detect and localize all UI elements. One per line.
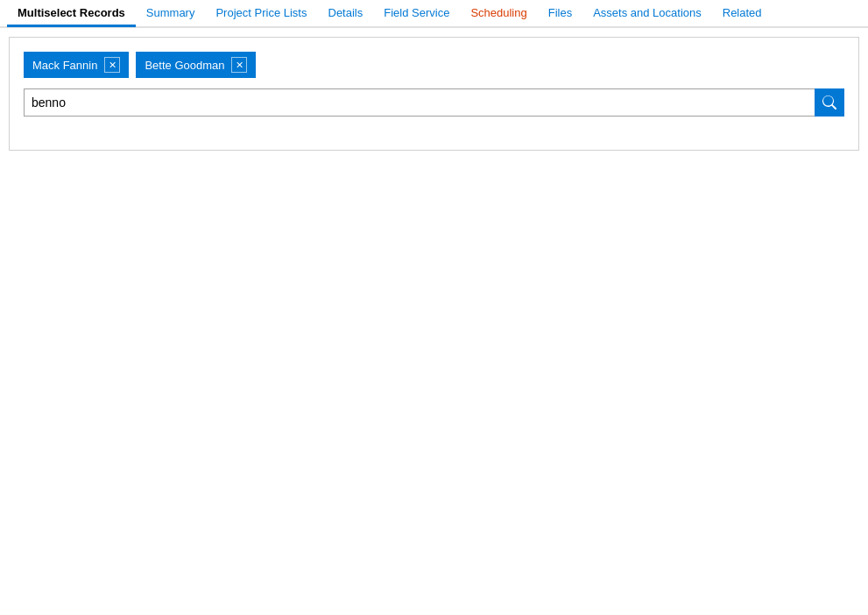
nav-tab-related[interactable]: Related xyxy=(712,1,773,27)
search-button[interactable] xyxy=(815,88,844,117)
tag-bette-goodman-label: Bette Goodman xyxy=(145,59,224,72)
nav-tab-field-service[interactable]: Field Service xyxy=(373,1,460,27)
nav-tab-project-price-lists[interactable]: Project Price Lists xyxy=(205,1,317,27)
nav-tab-details[interactable]: Details xyxy=(318,1,374,27)
tag-bette-goodman-close-button[interactable]: ✕ xyxy=(231,57,247,73)
nav-tab-summary[interactable]: Summary xyxy=(136,1,206,27)
search-input[interactable] xyxy=(24,88,815,117)
tags-row: Mack Fannin✕Bette Goodman✕ xyxy=(24,52,844,78)
tag-mack-fannin-label: Mack Fannin xyxy=(32,59,97,72)
nav-tab-assets-and-locations[interactable]: Assets and Locations xyxy=(582,1,712,27)
tag-mack-fannin-close-button[interactable]: ✕ xyxy=(104,57,120,73)
search-row xyxy=(24,88,844,117)
navigation-tabs: Multiselect RecordsSummaryProject Price … xyxy=(0,0,868,28)
nav-tab-files[interactable]: Files xyxy=(538,1,582,27)
tag-bette-goodman-chip: Bette Goodman✕ xyxy=(136,52,256,78)
nav-tab-scheduling[interactable]: Scheduling xyxy=(460,1,537,27)
search-icon xyxy=(822,95,836,110)
main-content-area: Mack Fannin✕Bette Goodman✕ xyxy=(9,37,859,151)
nav-tab-multiselect-records[interactable]: Multiselect Records xyxy=(7,1,136,27)
tag-mack-fannin-chip: Mack Fannin✕ xyxy=(24,52,129,78)
